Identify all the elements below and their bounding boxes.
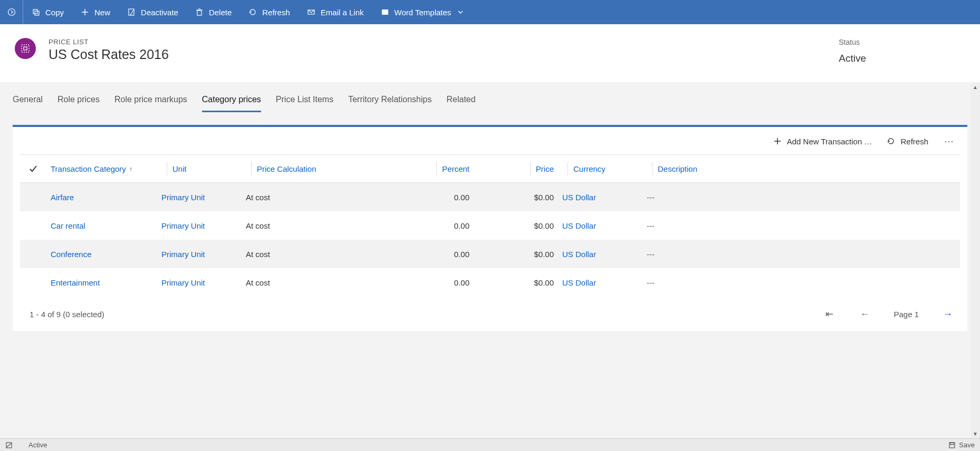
entity-label: PRICE LIST	[49, 38, 839, 46]
price-calculation-value: At cost	[246, 250, 270, 259]
svg-rect-13	[22, 45, 29, 52]
chevron-down-icon	[456, 8, 465, 16]
grid-refresh-label: Refresh	[900, 137, 928, 146]
price-value: $0.00	[534, 221, 554, 230]
plus-icon	[81, 8, 89, 16]
table-row[interactable]: Conference Primary Unit At cost 0.00 $0.…	[20, 240, 960, 268]
column-price-calculation[interactable]: Price Calculation	[242, 162, 389, 175]
category-prices-grid: Add New Transaction … Refresh ⋯ Transact…	[13, 125, 967, 331]
content-area: ▲ ▼ General Role prices Role price marku…	[0, 82, 980, 438]
table-row[interactable]: Entertainment Primary Unit At cost 0.00 …	[20, 268, 960, 297]
unit-link[interactable]: Primary Unit	[161, 193, 205, 202]
grid-refresh-button[interactable]: Refresh	[887, 137, 928, 146]
currency-link[interactable]: US Dollar	[562, 221, 596, 230]
column-label: Percent	[436, 162, 469, 175]
column-label: Price	[530, 162, 554, 175]
grid-header-row: Transaction Category ↑ Unit Price Calcul…	[20, 154, 960, 183]
word-icon: W	[381, 8, 389, 16]
copy-button[interactable]: Copy	[23, 0, 72, 24]
select-all-checkbox[interactable]	[20, 164, 46, 173]
sort-ascending-icon: ↑	[129, 165, 133, 173]
column-unit[interactable]: Unit	[157, 162, 242, 175]
status-bar-left: Active	[5, 441, 47, 449]
pager-page-label: Page 1	[893, 310, 919, 319]
save-button[interactable]: Save	[948, 441, 975, 449]
price-value: $0.00	[534, 193, 554, 202]
pager-prev-button[interactable]: ←	[858, 309, 871, 320]
new-button[interactable]: New	[72, 0, 119, 24]
add-new-transaction-button[interactable]: Add New Transaction …	[773, 137, 872, 146]
unit-link[interactable]: Primary Unit	[161, 278, 205, 287]
tab-price-list-items[interactable]: Price List Items	[276, 92, 333, 112]
new-label: New	[94, 8, 110, 17]
description-value: ---	[647, 250, 655, 259]
svg-rect-7	[197, 11, 201, 15]
copy-label: Copy	[45, 8, 64, 17]
column-description[interactable]: Description	[642, 162, 960, 175]
word-templates-button[interactable]: W Word Templates	[372, 0, 474, 24]
form-header: PRICE LIST US Cost Rates 2016 Status Act…	[0, 24, 980, 82]
email-link-label: Email a Link	[321, 8, 364, 17]
percent-value: 0.00	[454, 193, 469, 202]
description-value: ---	[647, 221, 655, 230]
currency-link[interactable]: US Dollar	[562, 193, 596, 202]
pager-next-button[interactable]: →	[941, 309, 955, 320]
svg-point-0	[8, 9, 15, 16]
tab-related[interactable]: Related	[446, 92, 475, 112]
refresh-button[interactable]: Refresh	[240, 0, 299, 24]
currency-link[interactable]: US Dollar	[562, 250, 596, 259]
grid-body: Airfare Primary Unit At cost 0.00 $0.00 …	[20, 183, 960, 297]
status-bar-status-text: Active	[28, 441, 47, 449]
scroll-down-arrow-icon[interactable]: ▼	[971, 429, 980, 438]
tab-role-price-markups[interactable]: Role price markups	[114, 92, 187, 112]
deactivate-button[interactable]: Deactivate	[119, 0, 187, 24]
percent-value: 0.00	[454, 221, 469, 230]
description-value: ---	[647, 193, 655, 202]
transaction-category-link[interactable]: Airfare	[51, 193, 74, 202]
unit-link[interactable]: Primary Unit	[161, 221, 205, 230]
svg-rect-2	[35, 11, 39, 15]
column-price[interactable]: Price	[474, 162, 558, 175]
page-title: US Cost Rates 2016	[49, 47, 839, 62]
table-row[interactable]: Car rental Primary Unit At cost 0.00 $0.…	[20, 211, 960, 240]
column-percent[interactable]: Percent	[389, 162, 474, 175]
column-label: Unit	[167, 162, 187, 175]
form-title-block: PRICE LIST US Cost Rates 2016	[49, 38, 839, 62]
unit-link[interactable]: Primary Unit	[161, 250, 205, 259]
svg-rect-14	[24, 47, 27, 50]
deactivate-icon	[127, 8, 136, 16]
edit-status-icon[interactable]	[5, 442, 13, 449]
delete-label: Delete	[209, 8, 232, 17]
column-label: Price Calculation	[251, 162, 316, 175]
tab-category-prices[interactable]: Category prices	[202, 92, 261, 112]
transaction-category-link[interactable]: Car rental	[51, 221, 85, 230]
copy-icon	[32, 8, 40, 16]
tab-general[interactable]: General	[13, 92, 43, 112]
tab-role-prices[interactable]: Role prices	[57, 92, 100, 112]
delete-button[interactable]: Delete	[187, 0, 240, 24]
tab-strip: General Role prices Role price markups C…	[13, 82, 967, 112]
grid-toolbar: Add New Transaction … Refresh ⋯	[20, 127, 960, 154]
transaction-category-link[interactable]: Entertainment	[51, 278, 100, 287]
pager-first-button[interactable]: ⇤	[823, 308, 835, 320]
scroll-up-arrow-icon[interactable]: ▲	[971, 82, 980, 92]
word-templates-label: Word Templates	[395, 8, 451, 17]
vertical-scrollbar[interactable]: ▲ ▼	[971, 82, 980, 438]
price-value: $0.00	[534, 278, 554, 287]
refresh-icon	[248, 8, 257, 16]
description-value: ---	[647, 278, 655, 287]
table-row[interactable]: Airfare Primary Unit At cost 0.00 $0.00 …	[20, 183, 960, 211]
grid-range-text: 1 - 4 of 9 (0 selected)	[30, 310, 104, 319]
email-link-button[interactable]: Email a Link	[299, 0, 372, 24]
price-calculation-value: At cost	[246, 221, 270, 230]
column-currency[interactable]: Currency	[558, 162, 642, 175]
currency-link[interactable]: US Dollar	[562, 278, 596, 287]
command-bar-expand-button[interactable]	[0, 0, 23, 24]
status-field-label: Status	[839, 38, 866, 46]
grid-more-commands-button[interactable]: ⋯	[943, 135, 956, 147]
price-calculation-value: At cost	[246, 193, 270, 202]
tab-territory-relationships[interactable]: Territory Relationships	[348, 92, 431, 112]
status-bar: Active Save	[0, 438, 980, 451]
column-transaction-category[interactable]: Transaction Category ↑	[46, 164, 157, 173]
transaction-category-link[interactable]: Conference	[51, 250, 92, 259]
